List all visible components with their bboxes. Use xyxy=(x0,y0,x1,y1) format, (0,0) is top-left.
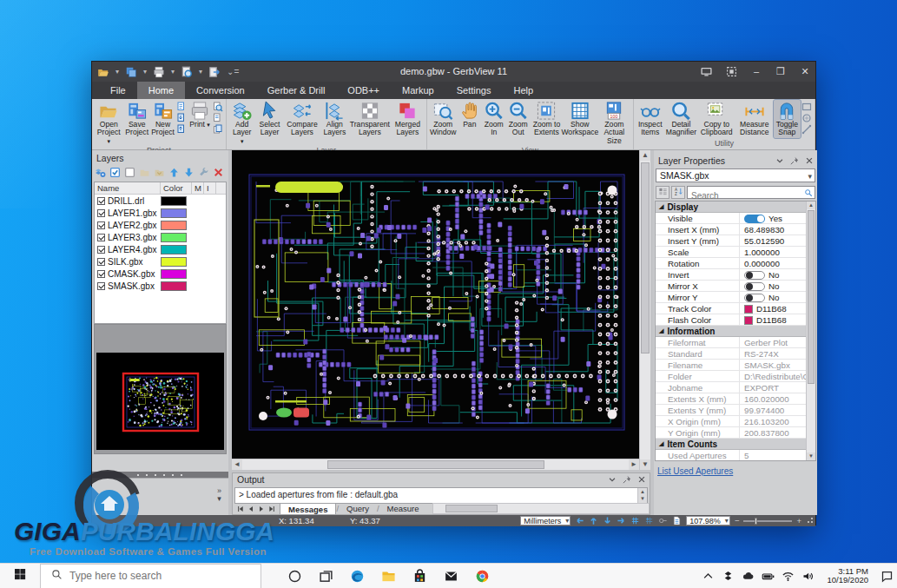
taskbar-search[interactable] xyxy=(40,564,261,588)
pan-down-icon[interactable] xyxy=(603,516,612,525)
move-up-icon[interactable] xyxy=(168,167,180,178)
toggle-off[interactable] xyxy=(744,294,765,302)
nav-prev-icon[interactable] xyxy=(247,505,254,512)
zoom-out-minus[interactable]: − xyxy=(735,516,740,525)
pan-right-icon[interactable] xyxy=(617,516,626,525)
output-tab-measure[interactable]: Measure xyxy=(379,503,427,514)
close-button[interactable]: ✕ xyxy=(800,66,810,77)
layer-selector-combo[interactable]: SMASK.gbx ▾ xyxy=(656,168,815,182)
layer-row-cmask-gbx[interactable]: CMASK.gbx xyxy=(95,268,226,280)
ribbon-button-align-layers[interactable]: Align Layers xyxy=(320,100,348,138)
pan-left-icon[interactable] xyxy=(575,516,584,525)
properties-scrollbar[interactable]: ▲ ▼ xyxy=(806,202,815,460)
layer-visibility-checkbox[interactable] xyxy=(97,221,105,229)
output-tab-messages[interactable]: Messages xyxy=(280,503,336,514)
pcb-drawing[interactable] xyxy=(232,150,639,459)
output-tab-query[interactable]: Query xyxy=(339,503,377,514)
property-row-y-origin-mm[interactable]: Y Origin (mm)200.837800 xyxy=(656,427,806,439)
property-section-item-counts[interactable]: ◢Item Counts xyxy=(656,439,806,450)
pin-icon[interactable] xyxy=(623,475,631,484)
resize-grip[interactable] xyxy=(806,518,813,525)
dim-folder-a-icon[interactable] xyxy=(139,167,150,178)
layer-row-smask-gbx[interactable]: SMASK.gbx xyxy=(95,280,226,292)
layer-row-silk-gbx[interactable]: SILK.gbx xyxy=(95,255,226,268)
ribbon-button-merged-layers[interactable]: Merged Layers xyxy=(391,100,424,138)
scroll-right-arrow[interactable]: ► xyxy=(629,459,639,470)
output-scrollbar[interactable]: ▲ ▼ xyxy=(637,488,647,503)
layer-row-layer3-gbx[interactable]: LAYER3.gbx xyxy=(95,231,226,243)
ribbon-button-print[interactable]: Print ▾ xyxy=(188,100,212,129)
delete-layer-icon[interactable] xyxy=(213,167,224,178)
snap-circle-icon[interactable] xyxy=(801,113,812,123)
list-used-apertures-link[interactable]: List Used Apertures xyxy=(657,466,733,476)
ribbon-button-zoom-to-extents[interactable]: Zoom to Extents xyxy=(531,100,563,138)
open-file-icon[interactable] xyxy=(97,66,109,78)
file-explorer-icon[interactable] xyxy=(381,569,396,584)
zoom-full-extents-icon[interactable] xyxy=(726,66,737,77)
property-row-extents-y-mm[interactable]: Extents Y (mm)99.974400 xyxy=(656,405,806,416)
property-row-used-apertures[interactable]: Used Apertures5 xyxy=(656,450,806,460)
color-swatch[interactable] xyxy=(744,305,753,314)
import-doc-icon[interactable] xyxy=(176,113,187,123)
print-preview-sm-icon[interactable] xyxy=(213,102,223,112)
store-icon[interactable] xyxy=(412,569,427,584)
layer-color-swatch[interactable] xyxy=(161,196,187,206)
tab-conversion[interactable]: Conversion xyxy=(185,82,256,99)
layer-row-layer4-gbx[interactable]: LAYER4.gbx xyxy=(95,243,226,255)
check-all-icon[interactable] xyxy=(109,167,121,178)
ribbon-button-toggle-snap[interactable]: Toggle Snap xyxy=(774,100,801,138)
move-down-icon[interactable] xyxy=(183,167,195,178)
panel-menu-icon[interactable] xyxy=(608,475,617,484)
print-copy-sm-icon[interactable] xyxy=(213,124,223,135)
scroll-left-arrow[interactable]: ◄ xyxy=(232,459,242,470)
scroll-down-arrow[interactable]: ▼ xyxy=(640,459,650,470)
ribbon-button-show-workspace[interactable]: Show Workspace xyxy=(563,100,597,138)
property-row-flash-color[interactable]: Flash ColorD11B68 xyxy=(656,314,806,326)
panel-splitter-handle[interactable] xyxy=(92,472,228,478)
property-row-extents-x-mm[interactable]: Extents X (mm)160.020000 xyxy=(656,393,806,405)
hscroll-thumb[interactable] xyxy=(445,505,498,512)
maximize-button[interactable]: ❒ xyxy=(775,66,786,77)
property-section-display[interactable]: ◢Display xyxy=(656,202,806,213)
tab-file[interactable]: File xyxy=(99,82,137,99)
grid-icon[interactable] xyxy=(630,516,640,525)
expand-chevron[interactable]: »▾ xyxy=(217,487,221,503)
canvas-vertical-scrollbar[interactable]: ▲ ▼ xyxy=(639,150,650,470)
clock[interactable]: 3:11 PM 10/19/2020 xyxy=(827,567,868,585)
property-row-mirror-x[interactable]: Mirror XNo xyxy=(656,281,806,292)
canvas-horizontal-scrollbar[interactable]: ◄ ► xyxy=(232,459,639,470)
overview-thumbnail[interactable] xyxy=(96,353,224,450)
property-row-insert-y-mm[interactable]: Insert Y (mm)55.012590 xyxy=(656,235,806,247)
horizontal-scroll-thumb[interactable] xyxy=(327,460,544,469)
column-name[interactable]: Name xyxy=(95,182,161,194)
color-swatch[interactable] xyxy=(744,316,753,325)
output-hscrollbar[interactable] xyxy=(432,503,650,514)
layer-visibility-checkbox[interactable] xyxy=(97,270,105,278)
ribbon-button-select-layer[interactable]: Select Layer xyxy=(255,100,284,138)
vertical-scroll-thumb[interactable] xyxy=(641,162,650,353)
property-row-track-color[interactable]: Track ColorD11B68 xyxy=(656,303,806,314)
scroll-down-arrow[interactable]: ▼ xyxy=(807,453,815,460)
chevron-up-icon[interactable] xyxy=(702,570,715,583)
property-row-scale[interactable]: Scale1.000000 xyxy=(656,247,806,258)
scroll-down-arrow[interactable]: ▼ xyxy=(638,495,647,503)
categorize-button[interactable] xyxy=(656,186,669,199)
zoom-level-combo[interactable]: 107.98%▾ xyxy=(686,516,730,525)
ribbon-button-zoom-actual-size[interactable]: 100Zoom Actual Size xyxy=(597,100,632,146)
attach-icon[interactable] xyxy=(658,516,668,525)
scroll-up-arrow[interactable]: ▲ xyxy=(807,202,815,209)
search-input[interactable] xyxy=(688,190,815,202)
action-center-icon[interactable] xyxy=(881,570,894,583)
panel-menu-icon[interactable] xyxy=(775,156,784,165)
property-row-mirror-y[interactable]: Mirror YNo xyxy=(656,292,806,303)
pin-icon[interactable] xyxy=(790,156,799,165)
layer-color-swatch[interactable] xyxy=(161,245,187,254)
layer-color-swatch[interactable] xyxy=(161,269,187,279)
ribbon-button-transparent-layers[interactable]: Transparent Layers xyxy=(349,100,392,138)
sort-alpha-button[interactable]: AZ xyxy=(671,186,685,199)
property-row-standard[interactable]: StandardRS-274X xyxy=(656,348,806,360)
save-all-icon[interactable] xyxy=(125,66,137,78)
column-i[interactable]: I xyxy=(204,182,216,194)
property-row-invert[interactable]: InvertNo xyxy=(656,269,806,281)
export-icon[interactable] xyxy=(208,66,221,78)
